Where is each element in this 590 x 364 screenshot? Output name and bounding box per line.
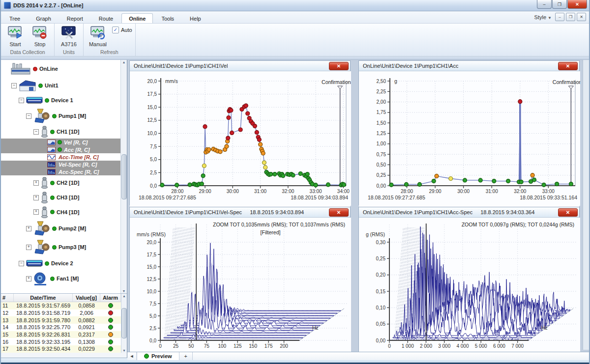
svg-text:17,5: 17,5 <box>147 252 157 257</box>
collapse-icon[interactable]: − <box>11 83 17 88</box>
scroll-thumb[interactable] <box>121 154 127 199</box>
menu-tab-tools[interactable]: Tools <box>154 13 181 23</box>
status-dot-green-icon <box>38 84 43 88</box>
a3716-button[interactable]: A3716 <box>58 25 80 48</box>
tree-item-label: Unit1 <box>45 83 59 88</box>
collapse-icon[interactable]: − <box>19 98 24 103</box>
tree-item-fan1-m[interactable]: +Fan1 [M] <box>1 270 120 287</box>
panel-title-bar[interactable]: OnLine\Unit1\Device 1\Pump1\CH1\Acc-Spec… <box>359 207 579 218</box>
table-row[interactable]: 1318.8.2015 9:31:59.7800,0882 <box>1 316 121 324</box>
tree-item-device-2[interactable]: −Device 2 <box>1 256 120 270</box>
maximize-button[interactable]: ❐ <box>552 0 567 9</box>
scroll-up-icon[interactable]: ▲ <box>122 294 126 298</box>
table-row[interactable]: 1718.8.2015 9:32:50.4340,0229 <box>1 345 121 353</box>
panel-title: OnLine\Unit1\Device 1\Pump1\CH1\Vel <box>134 63 228 69</box>
expand-icon[interactable]: + <box>26 226 31 231</box>
checkbox-icon[interactable]: ✓ <box>112 27 119 33</box>
table-row[interactable]: 1618.8.2015 9:32:33.1950,1308 <box>1 338 121 345</box>
menu-tab-route[interactable]: Route <box>91 13 120 23</box>
mdi-restore-button[interactable]: ❐ <box>566 13 575 21</box>
chart-plot-acc-spec[interactable]: 0,000,050,100,150,200,250,3001 0002 0003… <box>359 218 579 353</box>
tree-item-vel-r-c[interactable]: Vel [R, C] <box>1 139 120 146</box>
start-button[interactable]: Start <box>4 25 27 48</box>
scroll-down-icon[interactable]: ▼ <box>122 289 126 293</box>
column-header-datetime[interactable]: Date/Time <box>14 294 73 302</box>
mdi-right-scrollbar[interactable] <box>583 60 589 350</box>
tree-item-ch4-1d[interactable]: +CH4 [1D] <box>1 205 120 219</box>
svg-text:0,00: 0,00 <box>376 338 386 343</box>
panel-close-button[interactable]: ✕ <box>329 62 349 70</box>
tree-item-pump3-m[interactable]: +Pump3 [M] <box>1 238 120 256</box>
mdi-close-button[interactable]: ✕ <box>577 13 586 21</box>
tree-item-ch2-1d[interactable]: +CH2 [1D] <box>1 175 120 190</box>
table-row[interactable]: 1118.8.2015 9:31:57.6590,0858 <box>1 302 121 309</box>
tree-item-online[interactable]: OnLine <box>1 60 120 78</box>
chart-plot-acc-trend[interactable]: 0,000,250,500,751,001,251,501,752,002,25… <box>359 71 579 207</box>
column-header-valueg[interactable]: Value[g] <box>73 294 100 302</box>
svg-text:32:00: 32:00 <box>282 189 294 194</box>
svg-text:17,5: 17,5 <box>148 91 157 97</box>
chart-plot-vel-spec[interactable]: 0,02,55,07,510,012,515,017,520,002550751… <box>130 218 350 353</box>
auto-checkbox[interactable]: ✓Auto <box>112 27 132 33</box>
close-button[interactable]: ✕ <box>567 0 587 9</box>
tree-item-acc-time-r-c[interactable]: Acc-Time [R, C] <box>1 153 120 161</box>
manual-button[interactable]: Manual <box>87 25 109 48</box>
tree-item-ch1-1d[interactable]: −CH1 [1D] <box>1 125 120 139</box>
panel-title-bar[interactable]: OnLine\Unit1\Device 1\Pump1\CH1\Vel✕ <box>130 61 350 71</box>
column-header-alarm[interactable]: Alarm <box>100 294 121 302</box>
collapse-icon[interactable]: − <box>26 113 31 119</box>
tab-preview[interactable]: Preview <box>137 352 179 360</box>
panel-close-button[interactable]: ✕ <box>558 62 578 70</box>
chart-plot-vel-trend[interactable]: 0,02,55,07,510,012,515,017,520,028:0029:… <box>130 71 350 207</box>
tree-item-acc-r-c[interactable]: Acc [R, C] <box>1 146 120 153</box>
panel-title: OnLine\Unit1\Device 1\Pump1\CH1\Vel-Spec <box>134 209 242 215</box>
panel-title-bar[interactable]: OnLine\Unit1\Device 1\Pump1\CH1\Vel-Spec… <box>130 207 350 218</box>
table-row[interactable]: 1218.8.2015 9:31:58.7192,006 <box>1 309 121 317</box>
tab-scroll-left-icon[interactable]: ◄ <box>127 352 137 360</box>
tree-item-pump1-m[interactable]: −Pump1 [M] <box>1 107 120 125</box>
style-dropdown[interactable]: Style ▼ <box>532 14 554 21</box>
svg-text:125: 125 <box>234 343 242 349</box>
tree-item-device-1[interactable]: −Device 1 <box>1 93 120 107</box>
table-vertical-scrollbar[interactable]: ▲ ▼ <box>121 294 127 353</box>
menu-tab-tree[interactable]: Tree <box>2 13 28 23</box>
column-header-[interactable]: # <box>1 294 14 302</box>
mdi-minimize-button[interactable]: – <box>555 13 564 21</box>
add-tab-button[interactable]: + <box>179 352 193 360</box>
scroll-down-icon[interactable]: ▼ <box>122 349 126 352</box>
status-dot-green-icon <box>45 98 49 103</box>
svg-text:18.08.2015 09:27:27.685: 18.08.2015 09:27:27.685 <box>368 195 425 200</box>
menu-tab-graph[interactable]: Graph <box>29 13 59 23</box>
panel-close-button[interactable]: ✕ <box>558 208 578 217</box>
menu-tab-help[interactable]: Help <box>182 13 208 23</box>
tree-item-acc-spec-r-c[interactable]: Acc-Spec [R, C] <box>1 168 120 175</box>
collapse-icon[interactable]: − <box>19 261 24 266</box>
expand-icon[interactable]: + <box>33 209 39 215</box>
tree-item-unit1[interactable]: −Unit1 <box>1 78 120 93</box>
table-row[interactable]: 1518.8.2015 9:32:26.8310,2317 <box>1 331 121 338</box>
status-dot-green-icon <box>50 277 55 281</box>
expand-icon[interactable]: + <box>33 180 39 186</box>
svg-text:20,0: 20,0 <box>147 240 157 245</box>
tree-item-ch3-1d[interactable]: +CH3 [1D] <box>1 190 120 205</box>
menu-tab-report[interactable]: Report <box>59 13 90 23</box>
expand-icon[interactable]: + <box>26 276 31 281</box>
panel-close-button[interactable]: ✕ <box>329 208 349 217</box>
svg-text:29:00: 29:00 <box>429 189 442 194</box>
table-row[interactable]: 1418.8.2015 9:32:25.7700,0921 <box>1 324 121 331</box>
tree-item-vel-spec-r-c[interactable]: Vel-Spec [R, C] <box>1 161 120 168</box>
scroll-thumb[interactable] <box>121 308 127 338</box>
tree-item-pump2-m[interactable]: +Pump2 [M] <box>1 219 120 238</box>
expand-icon[interactable]: + <box>33 195 39 200</box>
alarm-dot-warn-icon <box>108 332 113 337</box>
tree-vertical-scrollbar[interactable]: ▲ ▼ <box>120 60 127 293</box>
minimize-button[interactable]: – <box>537 0 552 9</box>
menu-tab-online[interactable]: Online <box>121 13 153 23</box>
collapse-icon[interactable]: − <box>33 129 39 135</box>
equipment-tree: OnLine−Unit1−Device 1−Pump1 [M]−CH1 [1D]… <box>1 60 127 294</box>
stop-button[interactable]: Stop <box>29 25 51 48</box>
panel-title-bar[interactable]: OnLine\Unit1\Device 1\Pump1\CH1\Acc✕ <box>359 61 579 71</box>
cell: 17 <box>1 346 14 352</box>
scroll-up-icon[interactable]: ▲ <box>122 60 126 64</box>
expand-icon[interactable]: + <box>26 245 31 250</box>
